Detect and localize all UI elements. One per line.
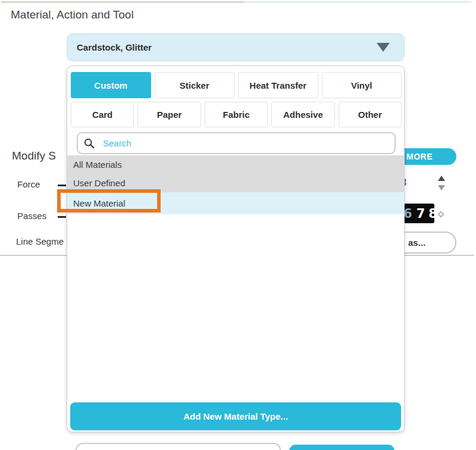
- tab-paper[interactable]: Paper: [137, 102, 201, 127]
- search-icon: [84, 138, 95, 149]
- tab-fabric[interactable]: Fabric: [205, 102, 268, 127]
- search-box[interactable]: [77, 132, 396, 154]
- tab-other[interactable]: Other: [339, 102, 402, 127]
- spinner-down-icon[interactable]: [438, 185, 445, 190]
- counter-digit: 6: [403, 207, 412, 221]
- bottom-partial-field[interactable]: [76, 443, 281, 450]
- list-item-all-materials[interactable]: All Materials: [67, 155, 404, 174]
- add-new-material-type-button[interactable]: Add New Material Type...: [70, 402, 401, 430]
- top-divider-gray: [1, 1, 244, 3]
- more-button-label: MORE: [406, 152, 433, 161]
- tab-card[interactable]: Card: [71, 102, 134, 127]
- top-divider-blue: [244, 1, 471, 3]
- material-list: All Materials User Defined New Material: [67, 155, 404, 214]
- add-new-material-type-label: Add New Material Type...: [183, 411, 288, 421]
- force-label: Force: [17, 179, 40, 189]
- force-slider-track[interactable]: [58, 185, 66, 186]
- dropdown-triangle-icon: [377, 43, 390, 52]
- modify-settings-heading: Modify S: [12, 149, 56, 162]
- counter-diamond-icon: [437, 211, 444, 217]
- bottom-partial-button[interactable]: [289, 445, 394, 450]
- passes-slider-track[interactable]: [58, 216, 66, 218]
- material-picker-panel: Custom Sticker Heat Transfer Vinyl Card …: [67, 65, 405, 432]
- tab-custom[interactable]: Custom: [71, 72, 151, 98]
- material-dropdown-value: Cardstock, Glitter: [77, 42, 377, 52]
- page-title: Material, Action and Tool: [11, 8, 134, 21]
- counter-digit: 7: [416, 207, 425, 221]
- material-tabs-row-2: Card Paper Fabric Adhesive Other: [71, 102, 402, 127]
- material-tabs-row-1: Custom Sticker Heat Transfer Vinyl: [71, 72, 402, 98]
- search-input[interactable]: [103, 138, 389, 148]
- tab-sticker[interactable]: Sticker: [155, 72, 235, 98]
- tab-heat-transfer[interactable]: Heat Transfer: [238, 72, 318, 98]
- counter-digit: 8: [428, 207, 434, 221]
- material-dropdown[interactable]: Cardstock, Glitter: [67, 33, 405, 61]
- list-item-user-defined[interactable]: User Defined: [67, 174, 404, 192]
- save-as-button-label: as...: [408, 238, 425, 248]
- tab-adhesive[interactable]: Adhesive: [271, 102, 334, 127]
- list-item-new-material[interactable]: New Material: [67, 192, 404, 214]
- line-segment-label: Line Segme: [16, 236, 64, 246]
- force-counter-display[interactable]: 6 7 8: [402, 204, 434, 223]
- passes-label: Passes: [17, 211, 46, 221]
- tab-vinyl[interactable]: Vinyl: [322, 72, 402, 98]
- spinner-up-icon[interactable]: [438, 176, 445, 181]
